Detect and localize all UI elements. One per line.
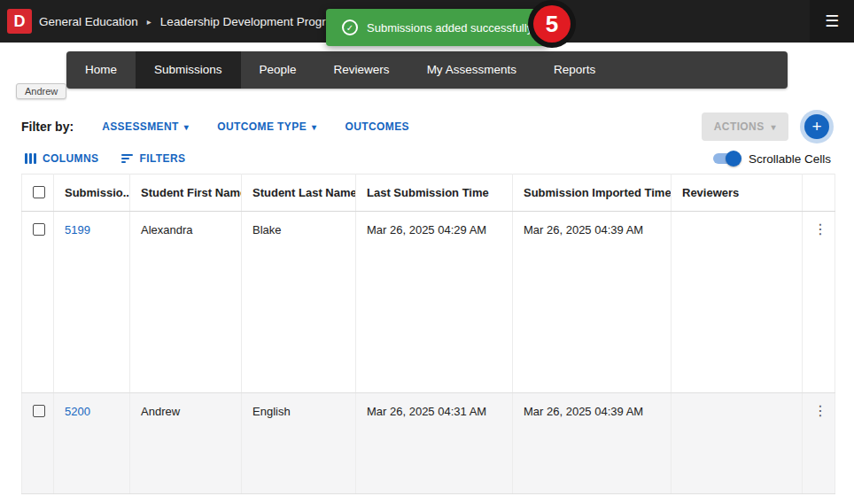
header-submission-id: Submissio...: [54, 174, 130, 212]
kebab-icon: ⋮: [813, 403, 827, 418]
header-actions: [803, 174, 835, 212]
assessment-filter-dropdown[interactable]: ASSESSMENT ▾: [102, 120, 189, 133]
columns-button[interactable]: COLUMNS: [25, 152, 98, 165]
table-row: 5200 Andrew English Mar 26, 2025 04:31 A…: [22, 393, 835, 494]
success-toast: ✓ Submissions added successfully: [326, 9, 548, 46]
toast-message: Submissions added successfully: [367, 21, 532, 35]
breadcrumb-separator-icon: ▸: [147, 17, 151, 27]
outcomes-filter-link[interactable]: OUTCOMES: [345, 120, 409, 133]
table-row: 5199 Alexandra Blake Mar 26, 2025 04:29 …: [22, 212, 835, 393]
select-all-checkbox[interactable]: [33, 186, 45, 198]
cell-submission-imported-time: Mar 26, 2025 04:39 AM: [513, 212, 672, 393]
cell-submission-imported-time: Mar 26, 2025 04:39 AM: [513, 393, 672, 494]
row-checkbox[interactable]: [33, 405, 45, 417]
tab-reports[interactable]: Reports: [535, 51, 614, 89]
breadcrumb: General Education ▸ Leadership Developme…: [39, 0, 342, 43]
cell-reviewers: [672, 212, 803, 393]
header-last-name: Student Last Name: [242, 174, 356, 212]
cell-first-name: Alexandra: [130, 212, 242, 393]
tab-reviewers[interactable]: Reviewers: [315, 51, 408, 89]
chevron-down-icon: ▾: [184, 122, 189, 132]
chevron-down-icon: ▾: [772, 122, 776, 132]
tab-submissions[interactable]: Submissions: [136, 51, 241, 89]
columns-icon: [25, 153, 36, 164]
submission-id-link[interactable]: 5199: [65, 223, 90, 236]
kebab-icon: ⋮: [813, 221, 827, 236]
filter-icon: [121, 154, 133, 163]
hamburger-icon: ☰: [825, 12, 839, 31]
drag-ghost-chip: Andrew: [16, 83, 66, 99]
submission-id-link[interactable]: 5200: [65, 405, 90, 418]
cell-last-name: English: [242, 393, 356, 494]
header-reviewers: Reviewers: [672, 174, 803, 212]
outcome-type-filter-dropdown[interactable]: OUTCOME TYPE ▾: [217, 120, 316, 133]
row-menu-button[interactable]: ⋮: [813, 405, 824, 417]
submissions-table: Submissio... Student First Name Student …: [21, 174, 835, 494]
cell-reviewers: [672, 393, 803, 494]
cell-last-name: Blake: [242, 212, 356, 393]
tab-home[interactable]: Home: [66, 51, 136, 89]
check-icon: ✓: [342, 19, 358, 35]
scrollable-cells-toggle[interactable]: [713, 153, 740, 164]
row-menu-button[interactable]: ⋮: [813, 223, 824, 236]
filter-by-label: Filter by:: [21, 120, 74, 134]
chevron-down-icon: ▾: [312, 122, 316, 132]
filter-bar: Filter by: ASSESSMENT ▾ OUTCOME TYPE ▾ O…: [21, 112, 835, 142]
table-header-row: Submissio... Student First Name Student …: [22, 174, 835, 212]
tab-people[interactable]: People: [241, 51, 315, 89]
hamburger-menu-button[interactable]: ☰: [810, 0, 854, 43]
cell-first-name: Andrew: [130, 393, 242, 494]
actions-button[interactable]: ACTIONS ▾: [702, 112, 788, 141]
scrollable-cells-label: Scrollable Cells: [749, 152, 831, 166]
filters-button[interactable]: FILTERS: [121, 152, 185, 165]
row-checkbox[interactable]: [33, 223, 45, 236]
cell-last-submission-time: Mar 26, 2025 04:29 AM: [356, 212, 513, 393]
tab-my-assessments[interactable]: My Assessments: [408, 51, 535, 89]
header-last-submission-time: Last Submission Time: [356, 174, 513, 212]
app-logo[interactable]: D: [7, 9, 32, 34]
add-button[interactable]: +: [804, 114, 829, 139]
plus-icon: +: [811, 117, 821, 136]
breadcrumb-item[interactable]: Leadership Development Program: [160, 15, 343, 28]
header-submission-imported-time: Submission Imported Time: [513, 174, 672, 212]
cell-last-submission-time: Mar 26, 2025 04:31 AM: [356, 393, 513, 494]
header-first-name: Student First Name: [130, 174, 242, 212]
table-toolbar: COLUMNS FILTERS Scrollable Cells: [25, 149, 831, 168]
breadcrumb-item[interactable]: General Education: [39, 15, 138, 28]
main-nav: Home Submissions People Reviewers My Ass…: [66, 51, 788, 89]
annotation-badge: 5: [533, 5, 571, 43]
